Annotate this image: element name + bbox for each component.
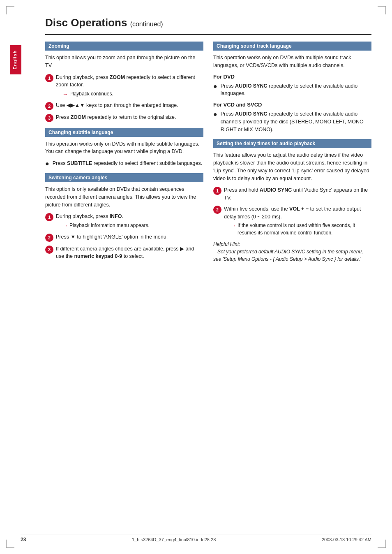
page-footer: 28 1_hts3264D_37_eng4_final810.indd28 28… (21, 535, 371, 542)
delay-section: Setting the delay times for audio playba… (213, 139, 371, 263)
for-vcd-heading: For VCD and SVCD (213, 102, 371, 108)
footer-file: 1_hts3264D_37_eng4_final810.indd28 28 (132, 537, 216, 542)
camera-heading: Switching camera angles (45, 173, 203, 182)
corner-bl (6, 540, 14, 548)
camera-step-num-2: 2 (45, 234, 53, 242)
title-rule (45, 34, 371, 35)
zoom-step-3: 3 Press ZOOM repeatedly to return to the… (45, 114, 203, 122)
subtitle-heading: Changing subtitle language (45, 128, 203, 137)
helpful-hint: Helpful Hint: – Set your preferred defau… (213, 241, 371, 263)
delay-step-2-arrow: → If the volume control is not used with… (231, 222, 371, 236)
delay-step-1: 1 Press and hold AUDIO SYNC until 'Audio… (213, 186, 371, 202)
soundtrack-section: Changing sound track language This opera… (213, 42, 371, 133)
delay-intro: This feature allows you to adjust the au… (213, 151, 371, 182)
zoom-step-1: 1 During playback, press ZOOM repeatedly… (45, 74, 203, 98)
delay-step-1-content: Press and hold AUDIO SYNC until 'Audio S… (224, 186, 371, 202)
vcd-bullet-content: Press AUDIO SYNC repeatedly to select th… (221, 110, 371, 133)
page-number: 28 (21, 537, 26, 542)
step-num-1: 1 (45, 74, 53, 82)
corner-tr (378, 6, 386, 14)
corner-br (378, 540, 386, 548)
camera-step-3: 3 If different camera angles choices are… (45, 245, 203, 261)
subtitle-bullet-content: Press SUBTITLE repeatedly to select diff… (53, 160, 203, 167)
subtitle-intro: This operation works only on DVDs with m… (45, 140, 203, 156)
footer-date: 2008-03-13 10:29:42 AM (322, 537, 371, 542)
zooming-intro: This option allows you to zoom and pan t… (45, 54, 203, 70)
soundtrack-heading: Changing sound track language (213, 42, 371, 51)
zoom-step-2-content: Use ◀▶▲▼ keys to pan through the enlarge… (56, 102, 178, 109)
zoom-step-1-content: During playback, press ZOOM repeatedly t… (56, 74, 203, 98)
zooming-heading: Zooming (45, 42, 203, 51)
content-columns: Zooming This option allows you to zoom a… (45, 42, 371, 269)
delay-step-2: 2 Within five seconds, use the VOL + − t… (213, 205, 371, 237)
english-tab: English (10, 45, 21, 74)
camera-section: Switching camera angles This option is o… (45, 173, 203, 260)
soundtrack-intro: This operation works only on DVDs with m… (213, 54, 371, 70)
right-column: Changing sound track language This opera… (213, 42, 371, 269)
step-num-2: 2 (45, 102, 53, 110)
page-title: Disc Operations (continued) (45, 16, 371, 29)
zoom-step-1-arrow: → Playback continues. (62, 90, 203, 98)
delay-step-num-2: 2 (213, 206, 221, 214)
dvd-bullet-content: Press AUDIO SYNC repeatedly to select th… (221, 82, 371, 98)
camera-step-2: 2 Press ▼ to highlight 'ANGLE' option in… (45, 233, 203, 242)
zooming-section: Zooming This option allows you to zoom a… (45, 42, 203, 122)
camera-step-num-1: 1 (45, 213, 53, 221)
zoom-step-3-content: Press ZOOM repeatedly to return to the o… (56, 114, 176, 121)
step-num-3: 3 (45, 114, 53, 122)
camera-step-3-content: If different camera angles choices are a… (56, 245, 203, 261)
delay-heading: Setting the delay times for audio playba… (213, 139, 371, 148)
camera-step-num-3: 3 (45, 246, 53, 254)
left-column: Zooming This option allows you to zoom a… (45, 42, 203, 269)
camera-step-1-arrow: → Playback information menu appears. (62, 222, 150, 230)
camera-step-2-content: Press ▼ to highlight 'ANGLE' option in t… (56, 233, 168, 241)
dvd-bullet: ● Press AUDIO SYNC repeatedly to select … (213, 82, 371, 98)
camera-step-1: 1 During playback, press INFO. → Playbac… (45, 213, 203, 229)
zoom-step-2: 2 Use ◀▶▲▼ keys to pan through the enlar… (45, 102, 203, 110)
camera-step-1-content: During playback, press INFO. → Playback … (56, 213, 150, 229)
subtitle-section: Changing subtitle language This operatio… (45, 128, 203, 168)
corner-tl (6, 6, 14, 14)
vcd-bullet: ● Press AUDIO SYNC repeatedly to select … (213, 110, 371, 133)
delay-step-2-content: Within five seconds, use the VOL + − to … (224, 205, 371, 237)
subtitle-bullet: ● Press SUBTITLE repeatedly to select di… (45, 160, 203, 167)
page: English Disc Operations (continued) Zoom… (0, 0, 392, 554)
camera-intro: This option is only available on DVDs th… (45, 185, 203, 209)
for-dvd-heading: For DVD (213, 74, 371, 80)
delay-step-num-1: 1 (213, 187, 221, 195)
